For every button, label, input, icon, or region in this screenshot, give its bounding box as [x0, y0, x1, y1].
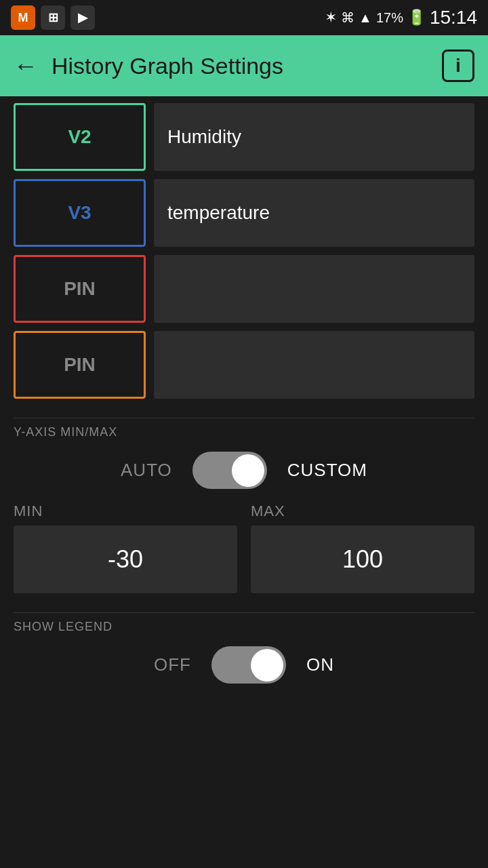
pin-v2-button[interactable]: V2: [14, 103, 146, 171]
legend-toggle-knob: [251, 649, 283, 682]
min-field[interactable]: -30: [14, 526, 237, 593]
network-icon: ⌘: [341, 9, 354, 26]
status-bar-left: M ⊞ ▶: [11, 5, 95, 30]
legend-section-label: SHOW LEGEND: [14, 620, 474, 634]
minmax-inputs: -30 100: [14, 526, 474, 593]
max-field[interactable]: 100: [251, 526, 474, 593]
img-icon: ⊞: [41, 5, 65, 30]
pin-v3-button[interactable]: V3: [14, 179, 146, 247]
minmax-labels: MIN MAX: [14, 502, 474, 520]
battery-icon: 🔋: [407, 9, 426, 26]
legend-on-label: ON: [306, 654, 334, 675]
yaxis-toggle[interactable]: [192, 452, 267, 489]
max-label: MAX: [251, 502, 285, 520]
info-button[interactable]: i: [442, 50, 474, 82]
pin-orange-button[interactable]: PIN: [14, 331, 146, 399]
battery-text: 17%: [376, 10, 403, 26]
yaxis-toggle-row: AUTO CUSTOM: [14, 452, 474, 489]
pin-v3-label-field[interactable]: temperature: [154, 179, 474, 247]
pin-orange-label-field[interactable]: [154, 331, 474, 399]
legend-toggle-row: OFF ON: [14, 646, 474, 684]
status-bar: M ⊞ ▶ ✶ ⌘ ▲ 17% 🔋 15:14: [0, 0, 488, 35]
yt-icon: ▶: [70, 5, 95, 30]
pin-v2-label-field[interactable]: Humidity: [154, 103, 474, 171]
pin-row-v3: V3 temperature: [14, 179, 474, 247]
pin-row-3: PIN: [14, 255, 474, 323]
minmax-section: MIN MAX -30 100: [14, 502, 474, 593]
yaxis-toggle-knob: [232, 454, 264, 487]
pin-red-label-field[interactable]: [154, 255, 474, 323]
min-label: MIN: [14, 502, 43, 520]
legend-off-label: OFF: [154, 654, 191, 675]
custom-label: CUSTOM: [287, 460, 367, 481]
auto-label: AUTO: [121, 460, 172, 481]
pin-red-button[interactable]: PIN: [14, 255, 146, 323]
pin-row-v2: V2 Humidity: [14, 103, 474, 171]
content: V2 Humidity V3 temperature PIN PIN Y-AXI…: [0, 96, 488, 717]
yaxis-section-label: Y-AXIS MIN/MAX: [14, 418, 474, 439]
pin-row-4: PIN: [14, 331, 474, 399]
mi-icon: M: [11, 5, 35, 30]
status-bar-right: ✶ ⌘ ▲ 17% 🔋 15:14: [325, 7, 477, 28]
legend-toggle[interactable]: [211, 646, 286, 684]
time-display: 15:14: [430, 7, 477, 28]
app-bar: ← History Graph Settings i: [0, 35, 488, 96]
page-title: History Graph Settings: [52, 53, 428, 79]
bluetooth-icon: ✶: [325, 9, 337, 26]
signal-icon: ▲: [359, 10, 372, 26]
legend-section: SHOW LEGEND OFF ON: [14, 612, 474, 684]
back-button[interactable]: ←: [14, 52, 38, 80]
